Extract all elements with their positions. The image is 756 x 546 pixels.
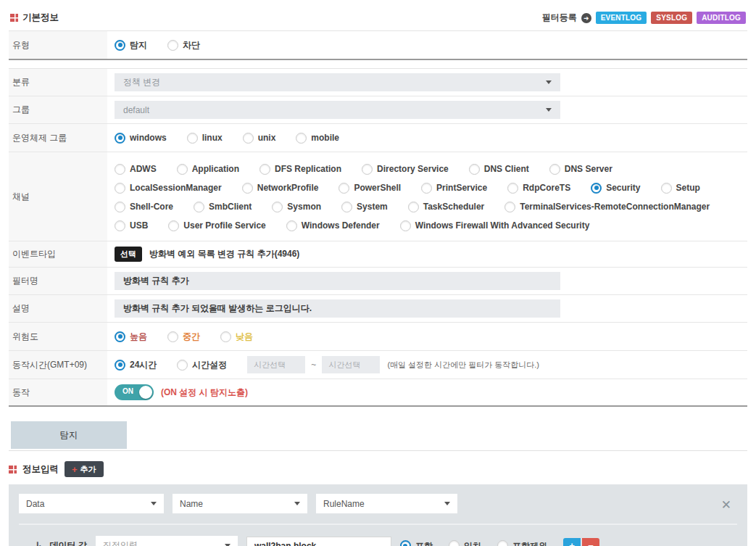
action-toggle[interactable]: ON [115,384,154,400]
radio-icon [504,202,515,212]
radio-icon [449,540,460,546]
channel-option-12[interactable]: Setup [661,178,700,197]
risk-option-0[interactable]: 높음 [115,327,147,346]
channel-option-19[interactable]: USB [115,216,148,235]
radio-label: USB [130,216,148,235]
row-filter-name: 필터명 [9,268,747,295]
schedule-option-1[interactable]: 시간설정 [177,355,227,374]
badge-syslog[interactable]: SYSLOG [651,12,692,24]
channel-option-11[interactable]: Security [591,178,640,197]
channel-option-7[interactable]: NetworkProfile [242,178,319,197]
channel-option-20[interactable]: User Profile Service [168,216,265,235]
radio-icon [497,540,508,546]
channel-option-22[interactable]: Windows Firewall With Advanced Security [400,216,590,235]
chevron-down-icon [151,502,157,505]
channel-option-6[interactable]: LocalSessionManager [115,178,222,197]
radio-label: mobile [311,128,339,147]
os-option-3[interactable]: mobile [296,128,339,147]
radio-icon [341,202,352,212]
schedule-option-0[interactable]: 24시간 [115,355,157,374]
radio-label: PowerShell [354,178,401,197]
field-select-3-value: RuleName [323,499,365,509]
tilde-separator: ~ [311,360,316,370]
os-option-1[interactable]: linux [187,128,223,147]
filter-register-arrow-icon[interactable]: ➜ [581,13,591,23]
field-select-1-value: Data [26,499,44,509]
radio-icon [168,220,179,231]
radio-label: PrintService [436,178,487,197]
event-type-select-button[interactable]: 선택 [115,247,142,262]
remove-row-button[interactable]: − [582,538,599,546]
close-icon[interactable]: ✕ [721,499,731,511]
field-select-1[interactable]: Data [19,494,164,513]
basic-info-header: 기본정보 필터등록 ➜ EVENTLOG SYSLOG AUDITLOG [9,12,747,31]
channel-option-10[interactable]: RdpCoreTS [507,178,570,197]
category-select[interactable]: 정책 변경 [115,73,560,91]
channel-option-8[interactable]: PowerShell [338,178,401,197]
radio-label: User Profile Service [183,216,265,235]
channel-option-0[interactable]: ADWS [115,160,157,178]
channel-option-3[interactable]: Directory Service [362,160,449,178]
description-input[interactable] [115,299,560,318]
radio-icon [187,133,198,144]
row-description: 설명 [9,295,747,323]
radio-icon [286,220,297,231]
badge-auditlog[interactable]: AUDITLOG [697,12,746,24]
risk-option-2[interactable]: 낮음 [220,327,253,346]
radio-icon [421,183,432,194]
radio-icon [243,133,254,144]
channel-option-16[interactable]: System [341,197,388,216]
radio-icon [272,202,283,212]
radio-icon [408,202,419,212]
channel-option-9[interactable]: PrintService [421,178,487,197]
channel-option-14[interactable]: SmbClient [194,197,252,216]
match-option-0[interactable]: 포함 [400,537,433,546]
channel-option-5[interactable]: DNS Server [549,160,612,178]
group-select[interactable]: default [115,101,560,119]
radio-label: ADWS [130,160,157,178]
os-option-2[interactable]: unix [243,128,276,147]
match-option-1[interactable]: 일치 [449,537,481,546]
os-option-0[interactable]: windows [115,128,167,147]
filter-name-input[interactable] [115,272,560,290]
channel-option-17[interactable]: TaskScheduler [408,197,484,216]
channel-option-18[interactable]: TerminalServices-RemoteConnectionManager [504,197,710,216]
type-option-0[interactable]: 탐지 [115,36,147,54]
field-select-3[interactable]: RuleName [316,494,457,513]
channel-option-15[interactable]: Sysmon [272,197,321,216]
radio-label: DNS Server [565,160,612,178]
group-select-value: default [123,105,149,115]
data-value-input[interactable] [246,537,391,546]
radio-label: 포함 [415,537,433,546]
input-mode-select[interactable]: 직접입력 [96,536,238,546]
risk-radio-group: 높음중간낮음 [107,323,747,350]
channel-option-4[interactable]: DNS Client [469,160,529,178]
channel-option-13[interactable]: Shell-Core [115,197,173,216]
row-group-label: 그룹 [9,96,107,123]
tab-detection[interactable]: 탐지 [11,421,127,449]
row-category: 분류 정책 변경 [9,69,747,96]
channel-option-21[interactable]: Windows Defender [286,216,380,235]
toggle-knob [139,386,152,399]
match-option-2[interactable]: 포함제외 [497,537,547,546]
badge-eventlog[interactable]: EVENTLOG [596,12,647,24]
radio-label: Sysmon [287,197,321,216]
radio-icon [242,183,253,194]
category-select-value: 정책 변경 [123,76,160,88]
filter-edit-page: 기본정보 필터등록 ➜ EVENTLOG SYSLOG AUDITLOG 유형 … [0,0,756,546]
row-schedule: 동작시간(GMT+09) 24시간시간설정 ~ (매일 설정한 시간에만 필터가… [9,351,747,379]
channel-option-2[interactable]: DFS Replication [259,160,341,178]
risk-option-1[interactable]: 중간 [167,327,200,346]
add-condition-button[interactable]: + 추가 [65,461,104,477]
radio-selected-icon [115,40,125,51]
radio-label: 포함제외 [512,537,547,546]
type-option-1[interactable]: 차단 [167,36,200,54]
radio-selected-icon [115,133,125,144]
add-row-button[interactable]: + [563,538,581,546]
field-select-2-value: Name [180,499,203,509]
channel-option-1[interactable]: Application [177,160,239,178]
time-start-input[interactable] [247,356,305,373]
time-end-input[interactable] [322,356,380,373]
field-select-2[interactable]: Name [173,494,307,513]
section-grid-icon [9,466,17,473]
